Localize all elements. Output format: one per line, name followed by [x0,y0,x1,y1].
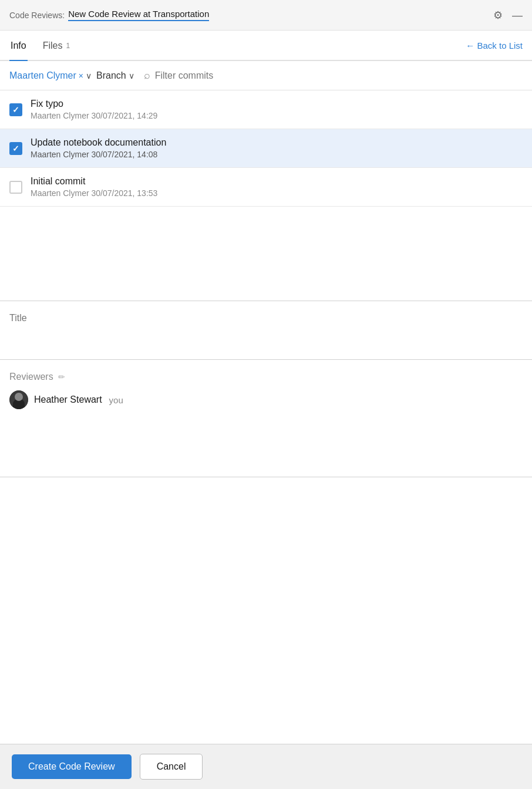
checkbox-1[interactable] [9,103,22,116]
reviewers-section: Reviewers ✏ Heather Stewart you [0,360,532,477]
title-bar-left: Code Reviews: New Code Review at Transpo… [9,9,209,21]
commit-checkbox-1[interactable] [9,103,22,116]
filter-bar: Maarten Clymer × ∨ Branch ∨ ⌕ [0,61,532,90]
reviewer-you-tag: you [109,395,123,405]
avatar-image [9,390,28,409]
main-content: Maarten Clymer × ∨ Branch ∨ ⌕ Fix typo M… [0,61,532,524]
tab-info-label: Info [11,41,26,51]
window-title: New Code Review at Transportation [68,9,209,21]
checkbox-3[interactable] [9,181,22,194]
commit-item[interactable]: Update notebook documentation Maarten Cl… [0,129,532,168]
commit-info-3: Initial commit Maarten Clymer 30/07/2021… [31,176,157,198]
title-bar-controls: ⚙ — [493,9,523,22]
checkbox-2[interactable] [9,142,22,155]
author-filter-name: Maarten Clymer [9,70,76,81]
tab-bar: Info Files 1 ← Back to List [0,31,532,61]
tab-files[interactable]: Files 1 [42,32,71,61]
commit-checkbox-2[interactable] [9,142,22,155]
commit-title-1: Fix typo [31,99,157,109]
tabs-left: Info Files 1 [9,31,71,60]
commit-title-2: Update notebook documentation [31,137,166,148]
commit-list-empty-space [0,207,532,301]
reviewers-label: Reviewers [9,372,53,382]
tab-info[interactable]: Info [9,32,28,61]
branch-chevron-icon[interactable]: ∨ [129,71,134,80]
commit-meta-2: Maarten Clymer 30/07/2021, 14:08 [31,150,166,159]
author-filter[interactable]: Maarten Clymer × ∨ [9,70,92,81]
commit-item[interactable]: Fix typo Maarten Clymer 30/07/2021, 14:2… [0,90,532,129]
commit-title-3: Initial commit [31,176,157,187]
commit-meta-1: Maarten Clymer 30/07/2021, 14:29 [31,111,157,120]
title-input[interactable] [9,313,523,323]
back-to-list-link[interactable]: ← Back to List [466,41,523,50]
clear-author-icon[interactable]: × [79,71,83,80]
minimize-icon[interactable]: — [512,10,523,21]
reviewer-name: Heather Stewart [34,394,102,405]
app-label: Code Reviews: [9,11,65,20]
title-bar: Code Reviews: New Code Review at Transpo… [0,0,532,31]
commit-checkbox-3[interactable] [9,181,22,194]
search-section: ⌕ [144,69,523,82]
reviewer-item: Heather Stewart you [9,390,523,409]
commit-list: Fix typo Maarten Clymer 30/07/2021, 14:2… [0,90,532,301]
tab-files-label: Files [43,41,63,51]
settings-icon[interactable]: ⚙ [493,9,503,22]
search-icon: ⌕ [144,69,150,82]
branch-filter-label: Branch [96,70,126,81]
edit-reviewers-icon[interactable]: ✏ [58,372,65,382]
branch-filter[interactable]: Branch ∨ [96,70,134,81]
filter-commits-input[interactable] [155,70,523,81]
commit-item[interactable]: Initial commit Maarten Clymer 30/07/2021… [0,168,532,207]
tab-files-badge: 1 [66,42,70,50]
commit-meta-3: Maarten Clymer 30/07/2021, 13:53 [31,188,157,198]
author-chevron-icon[interactable]: ∨ [86,71,92,80]
cancel-button[interactable]: Cancel [140,754,203,780]
create-code-review-button[interactable]: Create Code Review [12,754,132,779]
commit-info-1: Fix typo Maarten Clymer 30/07/2021, 14:2… [31,99,157,120]
reviewer-avatar [9,390,28,409]
title-section [0,301,532,360]
action-bar: Create Code Review Cancel [0,744,532,789]
reviewers-header: Reviewers ✏ [9,372,523,382]
commit-info-2: Update notebook documentation Maarten Cl… [31,137,166,159]
